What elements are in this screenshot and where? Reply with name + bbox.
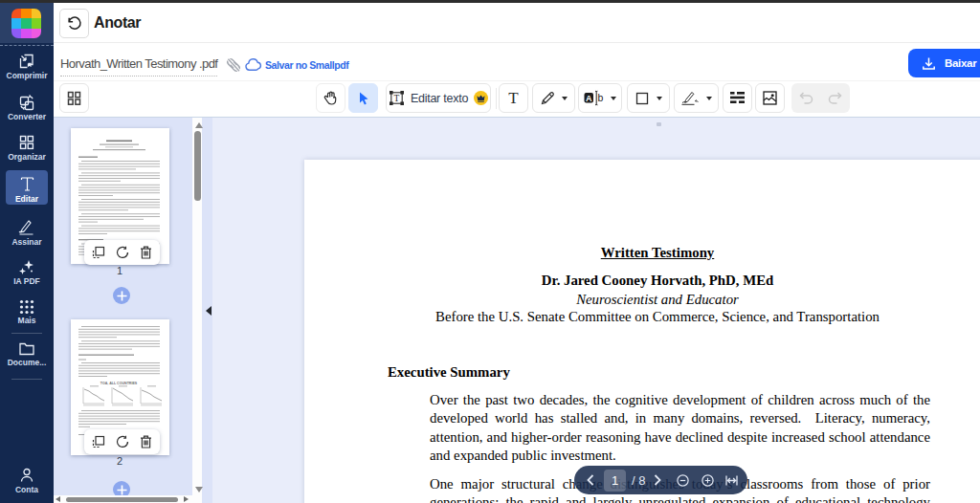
svg-text:b: b (598, 92, 604, 103)
svg-text:A: A (586, 94, 592, 103)
svg-text:TOA, ALL COUNTRIES: TOA, ALL COUNTRIES (100, 382, 138, 385)
svg-text:T: T (393, 94, 399, 103)
